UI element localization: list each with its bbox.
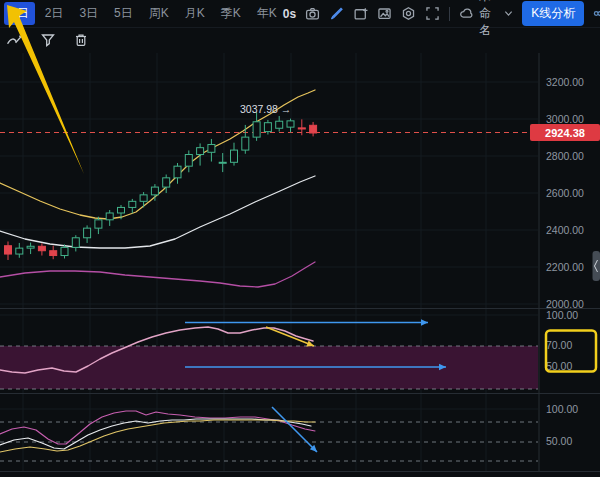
candle bbox=[140, 195, 147, 201]
candle bbox=[264, 123, 271, 132]
candle bbox=[219, 162, 226, 163]
rsi-axis-tick: 50.00 bbox=[546, 360, 572, 372]
timeframe-button-7[interactable]: 季K bbox=[215, 2, 247, 25]
candle bbox=[231, 150, 238, 162]
price-axis-tick: 2600.00 bbox=[546, 187, 584, 199]
settings-gear-icon[interactable] bbox=[401, 6, 416, 22]
cloud-icon bbox=[459, 6, 474, 22]
timeframe-button-3[interactable]: 3日 bbox=[73, 2, 104, 25]
candlestick-series bbox=[5, 112, 317, 260]
candle bbox=[298, 128, 305, 129]
rsi-axis-tick: 70.00 bbox=[546, 339, 572, 351]
candle bbox=[151, 187, 158, 195]
candle bbox=[129, 201, 136, 207]
price-axis-tick: 3000.00 bbox=[546, 113, 584, 125]
rsi-neutral-band bbox=[0, 346, 538, 389]
candle bbox=[27, 246, 34, 248]
price-axis-tick: 3200.00 bbox=[546, 76, 584, 88]
pencil-icon[interactable] bbox=[329, 6, 344, 22]
workspace-selector[interactable]: 未命名 bbox=[459, 0, 513, 39]
workspace-name: 未命名 bbox=[479, 0, 499, 39]
high-price-annotation: 3037.98 → bbox=[240, 103, 291, 115]
top-toolbar: 1日2日3日5日周K月K季K年K 0s bbox=[0, 0, 600, 28]
image-icon[interactable] bbox=[377, 6, 392, 22]
last-price-value: 2924.38 bbox=[545, 127, 585, 139]
candle bbox=[276, 121, 283, 128]
kdj-k-white bbox=[0, 419, 311, 449]
candle bbox=[197, 148, 204, 155]
kdj-axis-tick: 50.00 bbox=[546, 435, 572, 447]
candle bbox=[95, 220, 102, 228]
price-axis-tick: 2800.00 bbox=[546, 150, 584, 162]
fullscreen-icon[interactable] bbox=[425, 6, 440, 22]
kdj-axis-tick: 100.00 bbox=[546, 403, 578, 415]
draw-curve-icon[interactable] bbox=[6, 31, 23, 48]
toolbar-divider bbox=[449, 7, 450, 21]
share-icon[interactable] bbox=[593, 6, 600, 22]
candle bbox=[242, 137, 249, 150]
candle bbox=[38, 246, 45, 250]
kline-chart-app: 1日2日3日5日周K月K季K年K 0s bbox=[0, 0, 600, 477]
candle bbox=[16, 248, 23, 254]
price-axis-tick: 2400.00 bbox=[546, 224, 584, 236]
timeframe-group: 1日2日3日5日周K月K季K年K bbox=[4, 2, 283, 25]
candle bbox=[61, 247, 68, 255]
candle bbox=[72, 238, 79, 248]
candle bbox=[310, 125, 317, 133]
candle bbox=[163, 178, 170, 187]
axis-scroll-handle[interactable] bbox=[593, 251, 600, 281]
candle bbox=[253, 122, 260, 137]
price-axis-tick: 2200.00 bbox=[546, 261, 584, 273]
chevron-down-icon bbox=[504, 9, 513, 18]
filter-funnel-icon[interactable] bbox=[39, 31, 56, 48]
timeframe-button-8[interactable]: 年K bbox=[251, 2, 283, 25]
chart-canvas[interactable]: 3037.98 →3200.003000.002800.002600.00240… bbox=[0, 0, 600, 477]
kline-analysis-button[interactable]: K线分析 bbox=[522, 1, 584, 26]
add-window-icon[interactable] bbox=[353, 6, 368, 22]
candle bbox=[50, 251, 57, 256]
candle bbox=[5, 246, 12, 254]
trash-icon[interactable] bbox=[72, 31, 89, 48]
timeframe-button-5[interactable]: 周K bbox=[143, 2, 175, 25]
rsi-axis-tick: 100.00 bbox=[546, 309, 578, 321]
drawing-toolbar bbox=[6, 31, 89, 48]
candle bbox=[185, 155, 192, 167]
timeframe-button-1[interactable]: 1日 bbox=[4, 2, 35, 25]
candle bbox=[174, 166, 181, 178]
toolbar-right-group: 0s 未命名 bbox=[283, 0, 600, 39]
candle bbox=[208, 145, 215, 153]
gridlines bbox=[0, 53, 538, 472]
timeframe-button-2[interactable]: 2日 bbox=[39, 2, 70, 25]
candle bbox=[118, 207, 125, 213]
interval-label: 0s bbox=[283, 7, 296, 21]
candle bbox=[287, 121, 294, 127]
timeframe-button-4[interactable]: 5日 bbox=[108, 2, 139, 25]
camera-icon[interactable] bbox=[305, 6, 320, 22]
candle bbox=[106, 213, 113, 220]
timeframe-button-6[interactable]: 月K bbox=[179, 2, 211, 25]
candle bbox=[84, 228, 91, 238]
